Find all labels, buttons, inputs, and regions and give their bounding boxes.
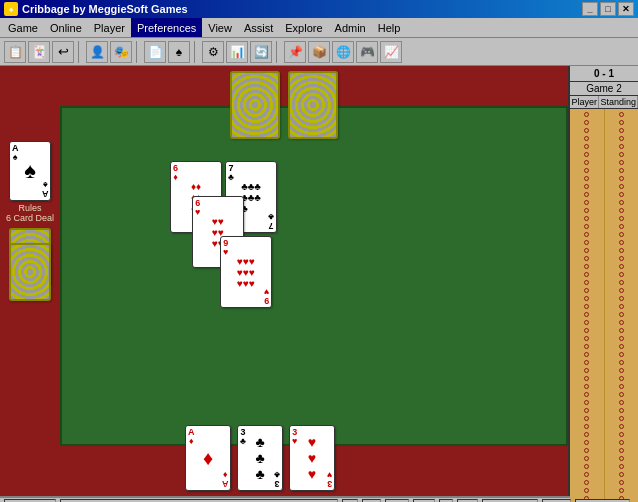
score-dot: [619, 136, 624, 141]
player-card-ad[interactable]: A♦ ♦ A♦: [185, 425, 231, 491]
score-dot: [584, 400, 589, 405]
toolbar-chart[interactable]: 📈: [380, 41, 402, 63]
menu-view[interactable]: View: [202, 18, 238, 37]
opponent-card-2[interactable]: [288, 71, 338, 139]
menu-help[interactable]: Help: [372, 18, 407, 37]
score-dot: [584, 480, 589, 485]
toolbar-box[interactable]: 📦: [308, 41, 330, 63]
crib-area: A♠ ♠ A♠ Rules 6 Card Deal: [0, 106, 60, 446]
score-dot: [619, 208, 624, 213]
score-dot: [584, 112, 589, 117]
card-center-spade: ♠: [24, 158, 36, 184]
toolbar-refresh[interactable]: 🔄: [250, 41, 272, 63]
score-dot: [619, 160, 624, 165]
statusbar: Round:1 Play a card. ? ↩ 💡 31 ℹ 🗑 Points…: [0, 496, 638, 502]
scorecard: 0 - 1 Game 2 Player Standing: [568, 66, 638, 496]
score-dot: [584, 328, 589, 333]
score-dot: [619, 440, 624, 445]
score-dot: [619, 352, 624, 357]
score-dot: [584, 432, 589, 437]
toolbar-player[interactable]: 👤: [86, 41, 108, 63]
opponent-card-1[interactable]: [230, 71, 280, 139]
score-dot: [619, 400, 624, 405]
score-dot: [619, 384, 624, 389]
toolbar-deal[interactable]: 🃏: [28, 41, 50, 63]
toolbar-web[interactable]: 🌐: [332, 41, 354, 63]
menu-assist[interactable]: Assist: [238, 18, 279, 37]
score-dot: [584, 192, 589, 197]
score-dot: [619, 184, 624, 189]
toolbar-game[interactable]: 🎮: [356, 41, 378, 63]
opponent-cards: [230, 71, 338, 139]
score-dot: [619, 304, 624, 309]
menu-online[interactable]: Online: [44, 18, 88, 37]
score-dot: [619, 464, 624, 469]
score-dot: [619, 488, 624, 493]
app-icon: ♠: [4, 2, 18, 16]
score-dot: [584, 272, 589, 277]
score-dot: [619, 376, 624, 381]
score-game: Game 2: [570, 82, 638, 96]
score-dot: [619, 344, 624, 349]
window-title: Cribbage by MeggieSoft Games: [22, 3, 582, 15]
menu-preferences[interactable]: Preferences: [131, 18, 202, 37]
score-dot: [619, 176, 624, 181]
card-rank-br: A♠: [42, 180, 49, 198]
score-dot: [584, 208, 589, 213]
minimize-button[interactable]: _: [582, 2, 598, 16]
play-card-9h[interactable]: 9♥ ♥♥♥♥♥♥♥♥♥ 9♥: [220, 236, 272, 308]
score-dot: [584, 360, 589, 365]
score-dot: [619, 128, 624, 133]
menu-game[interactable]: Game: [2, 18, 44, 37]
player-card-3h[interactable]: 3♥ ♥♥♥ 3♥: [289, 425, 335, 491]
score-col-standing: Standing: [599, 96, 638, 108]
toolbar-settings[interactable]: ⚙: [202, 41, 224, 63]
crib-face-card[interactable]: A♠ ♠ A♠: [9, 141, 51, 201]
toolbar-face[interactable]: 🎭: [110, 41, 132, 63]
score-standing-column: [605, 109, 639, 502]
toolbar-stats[interactable]: 📊: [226, 41, 248, 63]
menu-player[interactable]: Player: [88, 18, 131, 37]
score-dot: [584, 128, 589, 133]
score-dot: [619, 248, 624, 253]
score-dot: [584, 392, 589, 397]
score-body: [570, 109, 638, 502]
toolbar-doc[interactable]: 📄: [144, 41, 166, 63]
close-button[interactable]: ✕: [618, 2, 634, 16]
crib-deal-label: 6 Card Deal: [6, 213, 54, 223]
score-dot: [584, 232, 589, 237]
score-dot: [619, 192, 624, 197]
score-dot: [584, 424, 589, 429]
toolbar-new[interactable]: 📋: [4, 41, 26, 63]
toolbar-sep3: [194, 41, 198, 63]
score-dot: [584, 408, 589, 413]
toolbar-card[interactable]: ♠: [168, 41, 190, 63]
game-table: A♠ ♠ A♠ Rules 6 Card Deal 6♦ ♦♦♦♦♦♦ 6♦: [0, 66, 568, 496]
score-dot: [584, 352, 589, 357]
score-col-player: Player: [570, 96, 599, 108]
player-card-3c[interactable]: 3♣ ♣♣♣ 3♣: [237, 425, 283, 491]
score-dot: [584, 472, 589, 477]
score-dot: [619, 408, 624, 413]
score-dot: [584, 384, 589, 389]
toolbar: 📋 🃏 ↩ 👤 🎭 📄 ♠ ⚙ 📊 🔄 📌 📦 🌐 🎮 📈: [0, 38, 638, 66]
crib-cards: [9, 228, 51, 301]
score-dot: [584, 304, 589, 309]
score-dot: [584, 368, 589, 373]
score-dot: [619, 120, 624, 125]
score-dot: [619, 112, 624, 117]
toolbar-undo[interactable]: ↩: [52, 41, 74, 63]
menu-admin[interactable]: Admin: [329, 18, 372, 37]
score-dot: [619, 312, 624, 317]
score-player-column: [570, 109, 605, 502]
maximize-button[interactable]: □: [600, 2, 616, 16]
score-dot: [619, 168, 624, 173]
crib-card-back-2[interactable]: [9, 243, 51, 301]
menu-explore[interactable]: Explore: [279, 18, 328, 37]
play-area: 6♦ ♦♦♦♦♦♦ 6♦ 7♣ ♣♣♣♣♣♣♣ 7♣ 6♥ ♥♥♥♥♥♥ 6♥ …: [170, 161, 370, 361]
score-dot: [619, 416, 624, 421]
score-dot: [619, 472, 624, 477]
score-dot: [584, 200, 589, 205]
score-dot: [619, 368, 624, 373]
toolbar-pin[interactable]: 📌: [284, 41, 306, 63]
